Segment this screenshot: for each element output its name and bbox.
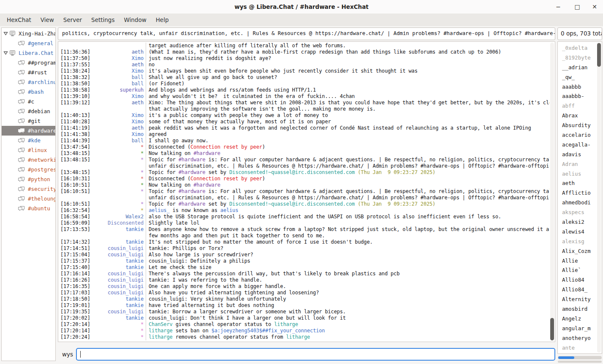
chat-timestamp: [17:16:26]: [58, 277, 94, 283]
userlist-item[interactable]: aleksi2: [558, 217, 597, 227]
chat-timestamp: [13:47:54]: [58, 144, 94, 150]
userlist-hscrollbar[interactable]: [558, 356, 602, 359]
chat-nick: cousin_luigi: [94, 290, 146, 296]
userlist-item[interactable]: alexisg: [558, 237, 597, 247]
userlist-item[interactable]: angular_m: [558, 324, 597, 334]
userlist-item[interactable]: aelius: [558, 169, 597, 179]
message-input[interactable]: [76, 348, 555, 361]
sidebar-item-postgresql[interactable]: #postgresql: [2, 165, 55, 174]
menu-server[interactable]: Server: [59, 14, 87, 26]
sidebar-item-programming[interactable]: ##programming: [2, 58, 55, 68]
sidebar-item-xing-hai-zhan[interactable]: Xing-Hai-Zhan: [2, 29, 55, 38]
userlist-item[interactable]: abff: [558, 101, 597, 111]
userlist-item[interactable]: Allio84: [558, 275, 597, 285]
userlist-item[interactable]: Alix_Cozm: [558, 247, 597, 256]
minimize-button[interactable]: −: [551, 0, 565, 14]
sidebar-item-label: #debian: [28, 108, 50, 114]
topic-input[interactable]: politics, cryptocurrency talk, unfair di…: [58, 27, 555, 40]
sidebar-item-hardware[interactable]: #hardware: [2, 126, 55, 136]
userlist-item[interactable]: akspecs: [558, 208, 597, 217]
menu-window[interactable]: Window: [119, 14, 151, 26]
chat-line: [16:59:09]DisconsentedSlightly late lol: [58, 220, 549, 226]
user-list-rows: _0xdelta_8192byte__adrian_qw_aaabbbaaabb…: [558, 43, 597, 353]
sidebar-item-linux[interactable]: #linux: [2, 145, 55, 155]
userlist-item[interactable]: Allio84_: [558, 285, 597, 295]
sidebar-item-thelounge[interactable]: #thelounge: [2, 194, 55, 204]
userlist-item[interactable]: amosbird: [558, 304, 597, 314]
chat-scrollbar-thumb[interactable]: [550, 318, 554, 340]
userlist-item[interactable]: adavis: [558, 150, 597, 160]
chat-message: litharge sets ban on $a:joeyzheng5403$##…: [146, 328, 549, 334]
chat-nick: tankie: [94, 258, 146, 264]
userlist-item[interactable]: __adrian: [558, 63, 597, 73]
sidebar-item-c[interactable]: #c: [2, 97, 55, 106]
chat-message: tankie: I was referring to the handle.: [146, 277, 549, 283]
userlist-item[interactable]: aaabbb-: [558, 92, 597, 101]
chat-line: [11:41:19]aethpeak reddit was when it wa…: [58, 125, 549, 131]
channel-icon: [18, 109, 25, 114]
chat-message: have tried alternating it but does nothi…: [146, 302, 549, 309]
sidebar-item-bash[interactable]: #bash: [2, 87, 55, 97]
sidebar-item-rust[interactable]: ##rust: [2, 68, 55, 77]
userlist-item[interactable]: Alternity: [558, 295, 597, 304]
userlist-item[interactable]: _qw_: [558, 73, 597, 82]
chat-message: that actually improving the software isn…: [146, 106, 549, 112]
sidebar-item-kde[interactable]: #kde: [2, 136, 55, 145]
menu-help[interactable]: Help: [151, 14, 174, 26]
menu-view[interactable]: View: [36, 14, 59, 26]
userlist-scrollbar[interactable]: [597, 43, 601, 353]
userlist-item[interactable]: Adran: [558, 160, 597, 169]
chat-timestamp: [17:14:32]: [58, 239, 94, 245]
menu-hexchat[interactable]: HexChat: [2, 14, 36, 26]
sidebar-item-security[interactable]: #security: [2, 184, 55, 194]
userlist-hscrollbar-thumb[interactable]: [558, 356, 574, 359]
sidebar-item-debian[interactable]: #debian: [2, 106, 55, 116]
chat-line: [17:16:14]cousin_luigiThere's always the…: [58, 271, 549, 277]
userlist-item[interactable]: anotheryo: [558, 334, 597, 343]
chat-timestamp: [11:41:19]: [58, 125, 94, 131]
chat-timestamp: [11:41:38]: [58, 131, 94, 138]
chat-nick: cousin_luigi: [94, 283, 146, 290]
userlist-item[interactable]: ahmedbodi: [558, 198, 597, 208]
userlist-scrollbar-thumb[interactable]: [597, 43, 601, 67]
chat-timestamp: [17:15:04]: [58, 252, 94, 258]
userlist-item[interactable]: Angelz: [558, 314, 597, 324]
sidebar-item-python[interactable]: #python: [2, 174, 55, 184]
chat-scrollbar[interactable]: [550, 43, 554, 341]
channel-icon: [18, 157, 25, 163]
userlist-item[interactable]: ante: [558, 343, 597, 353]
sidebar-item-general[interactable]: #general: [2, 38, 55, 48]
sidebar-item-label: #hardware: [28, 128, 55, 134]
sidebar-item-git[interactable]: #git: [2, 116, 55, 126]
chat-nick: aeth: [94, 62, 146, 68]
network-icon: [9, 50, 16, 56]
close-button[interactable]: ✕: [588, 0, 601, 14]
expander-icon[interactable]: [2, 51, 9, 55]
chat-timestamp: [17:15:37]: [58, 258, 94, 264]
sidebar-item-ubuntu[interactable]: #ubuntu: [2, 204, 55, 213]
text-caret: [80, 351, 81, 358]
channel-icon: [18, 186, 25, 192]
userlist-item[interactable]: aeth: [558, 179, 597, 188]
sidebar-item-libera-chat[interactable]: Libera.Chat: [2, 48, 55, 58]
userlist-item[interactable]: accelario: [558, 130, 597, 140]
menu-settings[interactable]: Settings: [87, 14, 119, 26]
chat-message: agreed: [146, 131, 549, 138]
sidebar-item-archlinux[interactable]: #archlinux: [2, 77, 55, 87]
chat-message: unfair discrimination, etc. | Rules & Re…: [146, 163, 549, 169]
userlist-item[interactable]: acegalla-: [558, 140, 597, 150]
userlist-item[interactable]: Absurdity: [558, 121, 597, 130]
userlist-item[interactable]: alewis4: [558, 227, 597, 237]
sidebar-item-networking[interactable]: #networking: [2, 155, 55, 165]
expander-icon[interactable]: [2, 32, 9, 35]
userlist-item[interactable]: Allie`: [558, 266, 597, 275]
chat-timestamp: [11:39:12]: [58, 100, 94, 106]
userlist-item[interactable]: aaabbb: [558, 82, 597, 92]
maximize-button[interactable]: □: [570, 0, 584, 14]
userlist-item[interactable]: Abrax: [558, 111, 597, 121]
userlist-item[interactable]: _8192byte: [558, 53, 597, 63]
chat-timestamp: [17:20:14]: [58, 328, 94, 334]
userlist-item[interactable]: Allie: [558, 256, 597, 266]
userlist-item[interactable]: _0xdelta: [558, 43, 597, 53]
userlist-item[interactable]: Afflictio: [558, 188, 597, 198]
